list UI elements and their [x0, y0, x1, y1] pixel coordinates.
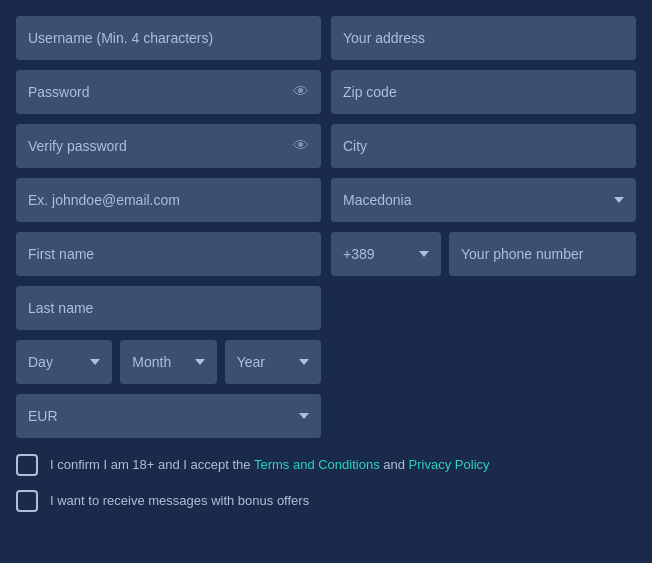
phone-number-input[interactable]: [449, 232, 636, 276]
username-field-wrapper: [16, 16, 321, 60]
username-input[interactable]: [16, 16, 321, 60]
dob-wrapper: Day 1234 5678 9101112 131415 Month Janua…: [16, 340, 321, 384]
country-select[interactable]: Macedonia Albania Kosovo Serbia Croatia: [331, 178, 636, 222]
phone-wrapper: +389 +355 +381 +385: [331, 232, 636, 276]
email-field-wrapper: [16, 178, 321, 222]
verify-password-toggle-icon[interactable]: 👁: [293, 137, 309, 155]
checkbox-section: I confirm I am 18+ and I accept the Term…: [16, 454, 636, 512]
privacy-link[interactable]: Privacy Policy: [409, 457, 490, 472]
first-name-wrapper: [16, 232, 321, 276]
currency-select[interactable]: EUR USD GBP: [16, 394, 321, 438]
first-name-input[interactable]: [16, 232, 321, 276]
zip-field-wrapper: [331, 70, 636, 114]
terms-checkbox-row: I confirm I am 18+ and I accept the Term…: [16, 454, 636, 476]
terms-link[interactable]: Terms and Conditions: [254, 457, 380, 472]
password-input[interactable]: [16, 70, 321, 114]
year-select[interactable]: Year 200620001995 199019851980: [225, 340, 321, 384]
password-field-wrapper: 👁: [16, 70, 321, 114]
day-select[interactable]: Day 1234 5678 9101112 131415: [16, 340, 112, 384]
zip-input[interactable]: [331, 70, 636, 114]
placeholder-right: [331, 286, 636, 330]
verify-password-wrapper: 👁: [16, 124, 321, 168]
email-input[interactable]: [16, 178, 321, 222]
phone-code-select[interactable]: +389 +355 +381 +385: [331, 232, 441, 276]
address-field-wrapper: [331, 16, 636, 60]
registration-form: 👁 👁 Macedonia Albania Kosovo Serbia Croa…: [16, 16, 636, 438]
last-name-input[interactable]: [16, 286, 321, 330]
placeholder-right-3: [331, 394, 636, 438]
placeholder-right-2: [331, 340, 636, 384]
bonus-label: I want to receive messages with bonus of…: [50, 492, 309, 510]
city-field-wrapper: [331, 124, 636, 168]
month-select[interactable]: Month JanuaryFebruaryMarch AprilMayJune …: [120, 340, 216, 384]
terms-text-before: I confirm I am 18+ and I accept the: [50, 457, 251, 472]
terms-label: I confirm I am 18+ and I accept the Term…: [50, 456, 490, 474]
address-input[interactable]: [331, 16, 636, 60]
terms-checkbox[interactable]: [16, 454, 38, 476]
and-text: and: [383, 457, 405, 472]
currency-wrapper: EUR USD GBP: [16, 394, 321, 438]
bonus-checkbox[interactable]: [16, 490, 38, 512]
city-input[interactable]: [331, 124, 636, 168]
password-toggle-icon[interactable]: 👁: [293, 83, 309, 101]
bonus-checkbox-row: I want to receive messages with bonus of…: [16, 490, 636, 512]
country-field-wrapper: Macedonia Albania Kosovo Serbia Croatia: [331, 178, 636, 222]
last-name-wrapper: [16, 286, 321, 330]
verify-password-input[interactable]: [16, 124, 321, 168]
